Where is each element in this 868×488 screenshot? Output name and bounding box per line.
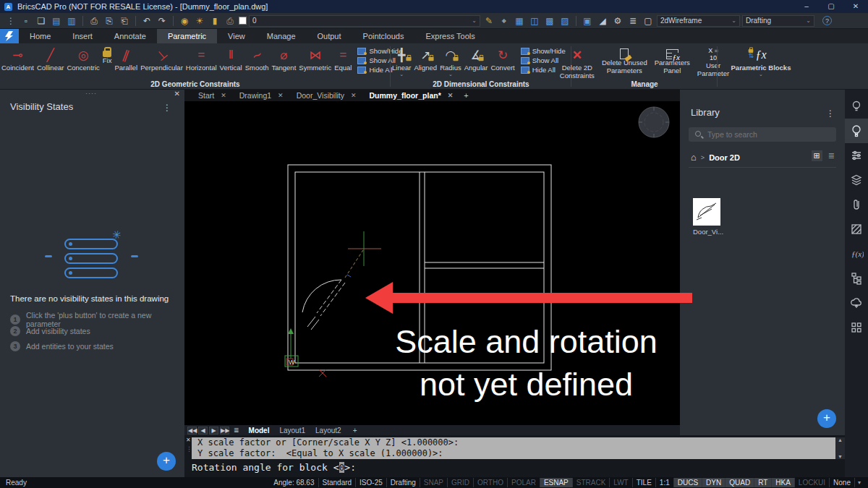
workspace-dropdown[interactable]: Drafting⌄ <box>742 15 814 27</box>
close-tab-icon[interactable]: ✕ <box>448 92 454 99</box>
equal-button[interactable]: =Equal <box>333 46 353 72</box>
eyedropper-icon[interactable]: ⌖ <box>498 16 511 26</box>
match-properties-icon[interactable]: ✎ <box>482 16 495 26</box>
command-history[interactable]: X scale factor or [Corner/scale X Y Z] <… <box>192 437 835 459</box>
image-icon[interactable]: ▢ <box>642 16 655 26</box>
symmetric-button[interactable]: ⋈Symmetric <box>297 46 333 72</box>
scroll-down-icon[interactable]: ▼ <box>835 454 845 459</box>
panel-tab-layers[interactable] <box>845 168 868 192</box>
status-toggle-angle-68-63[interactable]: Angle: 68.63 <box>270 478 318 487</box>
application-button[interactable] <box>0 29 19 43</box>
panel-drag-handle[interactable]: ···· <box>85 90 97 97</box>
last-layout-icon[interactable]: ▶▶ <box>220 427 229 435</box>
layer-lock-icon[interactable]: ▮ <box>208 16 221 26</box>
panel-tab-cloud[interactable] <box>845 291 868 315</box>
panel-close-icon[interactable]: ✕ <box>174 90 180 98</box>
linear-button[interactable]: ╋Linear⌄ <box>391 46 412 76</box>
aligned-button[interactable]: ↗Aligned <box>412 46 438 72</box>
status-toggle-rt[interactable]: RT <box>754 478 772 487</box>
delete-constraints-button[interactable]: ✕Delete 2DConstraints <box>556 46 598 80</box>
plot-icon[interactable]: ⎙ <box>88 16 101 26</box>
toolbar-handle-icon[interactable]: ⋮ <box>4 16 17 26</box>
layout-tab-model[interactable]: Model <box>244 427 275 435</box>
status-toggle-drafting[interactable]: Drafting <box>387 478 420 487</box>
tab-insert[interactable]: Insert <box>61 29 103 43</box>
parallel-button[interactable]: ∥Parallel <box>113 46 139 72</box>
fix-button[interactable]: Fix <box>101 46 114 65</box>
tangent-button[interactable]: ⌀Tangent <box>270 46 297 72</box>
tab-output[interactable]: Output <box>307 29 352 43</box>
status-toggle-iso-25[interactable]: ISO-25 <box>356 478 387 487</box>
panel-tab-bulb[interactable] <box>845 94 868 119</box>
node-select-icon[interactable]: ◫ <box>528 16 541 26</box>
parametric-blocks-button[interactable]: ⇅ƒx Parametric Blocks ⌄ <box>718 46 804 76</box>
first-layout-icon[interactable]: ◀◀ <box>187 427 197 435</box>
save-icon[interactable]: ▤ <box>50 16 63 26</box>
panel-tab-structure[interactable] <box>845 266 868 291</box>
tab-home[interactable]: Home <box>19 29 61 43</box>
add-library-item-fab[interactable]: + <box>817 409 836 428</box>
status-toggle-ortho[interactable]: ORTHO <box>474 478 508 487</box>
layer-plot-icon[interactable]: ⎙ <box>224 16 237 26</box>
layer-on-icon[interactable]: ◉ <box>178 16 191 26</box>
doc-tab-start[interactable]: Start✕ <box>192 90 233 101</box>
home-icon[interactable]: ⌂ <box>691 152 697 163</box>
tab-express-tools[interactable]: Express Tools <box>414 29 485 43</box>
kebab-menu-icon[interactable]: ⋮ <box>163 103 171 113</box>
doc-tab-drawing1[interactable]: Drawing1✕ <box>233 90 290 101</box>
layer-thaw-icon[interactable]: ☀ <box>193 16 206 26</box>
status-toggle-strack[interactable]: STRACK <box>573 478 610 487</box>
add-layout-button[interactable]: + <box>348 427 362 435</box>
drawing-canvas[interactable]: W Scale and rotation not yet defined <box>184 101 680 425</box>
layout-list-icon[interactable]: ≣ <box>234 427 239 434</box>
chevron-down-icon[interactable]: ▾ <box>855 479 861 486</box>
minimize-button[interactable]: – <box>794 0 819 13</box>
add-parameter-fab[interactable]: + <box>157 452 176 471</box>
panel-tab-balloon[interactable] <box>845 119 868 143</box>
status-toggle-tile[interactable]: TILE <box>633 478 656 487</box>
settings-gears-icon[interactable]: ⚙ <box>611 16 624 26</box>
status-toggle-standard[interactable]: Standard <box>319 478 357 487</box>
delete-unused-button[interactable]: Delete UnusedParameters <box>598 46 651 75</box>
doc-tab-door-visibility[interactable]: Door_Visibility✕ <box>290 90 363 101</box>
help-button[interactable]: ? <box>822 16 832 25</box>
kebab-menu-icon[interactable]: ⋮ <box>826 108 835 119</box>
coincident-button[interactable]: ⊸Coincident <box>0 46 35 72</box>
tab-manage[interactable]: Manage <box>256 29 307 43</box>
tab-parametric[interactable]: Parametric <box>157 29 217 43</box>
vertical-button[interactable]: ‖Vertical <box>218 46 244 72</box>
list-icon[interactable]: ≣ <box>626 16 639 26</box>
close-button[interactable]: ✕ <box>843 0 868 13</box>
layout-tab-layout1[interactable]: Layout1 <box>274 427 310 435</box>
angular-button[interactable]: ∡Angular <box>463 46 490 72</box>
new-document-tab-button[interactable]: + <box>459 91 472 100</box>
prev-layout-icon[interactable]: ◀ <box>198 427 208 435</box>
layout-tab-layout2[interactable]: Layout2 <box>310 427 346 435</box>
collinear-button[interactable]: ╱Collinear <box>35 46 66 72</box>
new-document-icon[interactable]: ▫ <box>20 16 33 26</box>
smooth-button[interactable]: ∼Smooth <box>244 46 271 72</box>
status-toggle-lwt[interactable]: LWT <box>610 478 632 487</box>
panel-tab-paperclip[interactable] <box>845 192 868 217</box>
visual-style-dropdown[interactable]: 2dWireframe⌄ <box>657 15 740 27</box>
status-toggle-dyn[interactable]: DYN <box>702 478 726 487</box>
color-swatch[interactable] <box>239 17 247 25</box>
command-close-icon[interactable]: ✕ <box>186 437 191 443</box>
status-toggle-esnap[interactable]: ESNAP <box>540 478 573 487</box>
redo-icon[interactable]: ↷ <box>156 16 169 26</box>
maximize-button[interactable]: ▢ <box>819 0 843 13</box>
convert-button[interactable]: ↻Convert <box>489 46 516 72</box>
open-folder-icon[interactable]: ❏ <box>35 16 48 26</box>
horizontal-button[interactable]: =Horizontal <box>184 46 218 72</box>
command-prompt[interactable]: Rotation angle for block <0>: <box>192 462 356 473</box>
save-as-icon[interactable]: ▥ <box>65 16 78 26</box>
parameters-panel-button[interactable]: ƒxParametersPanel <box>651 46 694 75</box>
status-toggle-quad[interactable]: QUAD <box>726 478 754 487</box>
close-tab-icon[interactable]: ✕ <box>278 92 284 99</box>
panel-tab-hatch[interactable] <box>845 217 868 241</box>
selection-net-icon[interactable]: ▦ <box>513 16 526 26</box>
tab-pointclouds[interactable]: Pointclouds <box>352 29 415 43</box>
library-item[interactable]: Door_Vi... <box>693 198 722 236</box>
grid-view-icon[interactable]: ⊞ <box>812 150 822 161</box>
status-toggle-ducs[interactable]: DUCS <box>674 478 702 487</box>
